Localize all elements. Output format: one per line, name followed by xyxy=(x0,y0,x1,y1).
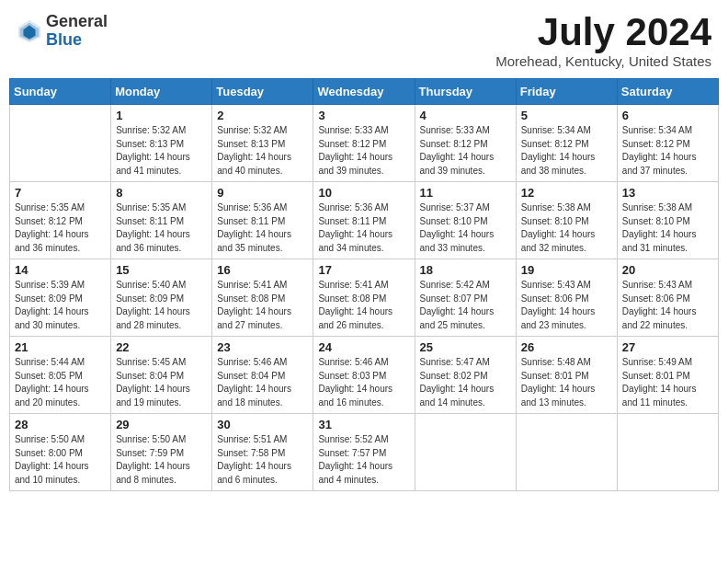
day-info: Sunrise: 5:39 AM Sunset: 8:09 PM Dayligh… xyxy=(15,279,106,332)
day-header-friday: Friday xyxy=(516,79,617,105)
calendar-cell: 31Sunrise: 5:52 AM Sunset: 7:57 PM Dayli… xyxy=(313,414,415,491)
day-number: 2 xyxy=(217,109,308,122)
location: Morehead, Kentucky, United States xyxy=(495,53,711,69)
day-info: Sunrise: 5:35 AM Sunset: 8:12 PM Dayligh… xyxy=(15,201,106,255)
day-info: Sunrise: 5:52 AM Sunset: 7:57 PM Dayligh… xyxy=(318,433,409,487)
calendar-cell: 12Sunrise: 5:38 AM Sunset: 8:10 PM Dayli… xyxy=(516,182,617,259)
logo-general-text: General xyxy=(46,13,108,31)
calendar-cell: 25Sunrise: 5:47 AM Sunset: 8:02 PM Dayli… xyxy=(415,337,516,414)
calendar-cell: 24Sunrise: 5:46 AM Sunset: 8:03 PM Dayli… xyxy=(313,337,415,414)
day-number: 30 xyxy=(217,418,308,431)
calendar-cell: 5Sunrise: 5:34 AM Sunset: 8:12 PM Daylig… xyxy=(516,105,617,182)
day-number: 19 xyxy=(521,263,612,277)
day-info: Sunrise: 5:33 AM Sunset: 8:12 PM Dayligh… xyxy=(318,124,409,178)
day-number: 29 xyxy=(116,418,207,431)
day-info: Sunrise: 5:34 AM Sunset: 8:12 PM Dayligh… xyxy=(622,124,713,178)
day-number: 21 xyxy=(15,340,106,354)
calendar-cell: 3Sunrise: 5:33 AM Sunset: 8:12 PM Daylig… xyxy=(313,105,415,182)
day-info: Sunrise: 5:37 AM Sunset: 8:10 PM Dayligh… xyxy=(420,201,511,255)
day-info: Sunrise: 5:50 AM Sunset: 7:59 PM Dayligh… xyxy=(116,433,207,487)
calendar-cell: 6Sunrise: 5:34 AM Sunset: 8:12 PM Daylig… xyxy=(617,105,718,182)
day-info: Sunrise: 5:44 AM Sunset: 8:05 PM Dayligh… xyxy=(15,356,106,409)
calendar-cell: 22Sunrise: 5:45 AM Sunset: 8:04 PM Dayli… xyxy=(111,337,212,414)
logo-text: General Blue xyxy=(46,13,108,50)
day-number: 18 xyxy=(420,263,511,277)
calendar-week-row: 28Sunrise: 5:50 AM Sunset: 8:00 PM Dayli… xyxy=(10,414,719,491)
day-info: Sunrise: 5:32 AM Sunset: 8:13 PM Dayligh… xyxy=(217,124,308,178)
day-number: 3 xyxy=(318,109,409,122)
calendar-cell: 29Sunrise: 5:50 AM Sunset: 7:59 PM Dayli… xyxy=(111,414,212,491)
day-info: Sunrise: 5:48 AM Sunset: 8:01 PM Dayligh… xyxy=(521,356,612,409)
calendar-cell: 23Sunrise: 5:46 AM Sunset: 8:04 PM Dayli… xyxy=(212,337,313,414)
day-info: Sunrise: 5:40 AM Sunset: 8:09 PM Dayligh… xyxy=(116,279,207,332)
calendar-cell xyxy=(617,414,718,491)
calendar-cell: 2Sunrise: 5:32 AM Sunset: 8:13 PM Daylig… xyxy=(212,105,313,182)
calendar-week-row: 21Sunrise: 5:44 AM Sunset: 8:05 PM Dayli… xyxy=(10,337,719,414)
calendar-cell: 13Sunrise: 5:38 AM Sunset: 8:10 PM Dayli… xyxy=(617,182,718,259)
day-info: Sunrise: 5:51 AM Sunset: 7:58 PM Dayligh… xyxy=(217,433,308,487)
day-header-monday: Monday xyxy=(111,79,212,105)
day-number: 4 xyxy=(420,109,511,122)
calendar-cell: 19Sunrise: 5:43 AM Sunset: 8:06 PM Dayli… xyxy=(516,259,617,337)
day-info: Sunrise: 5:46 AM Sunset: 8:04 PM Dayligh… xyxy=(217,356,308,409)
day-info: Sunrise: 5:47 AM Sunset: 8:02 PM Dayligh… xyxy=(420,356,511,409)
day-info: Sunrise: 5:46 AM Sunset: 8:03 PM Dayligh… xyxy=(318,356,409,409)
calendar-cell: 30Sunrise: 5:51 AM Sunset: 7:58 PM Dayli… xyxy=(212,414,313,491)
calendar-week-row: 1Sunrise: 5:32 AM Sunset: 8:13 PM Daylig… xyxy=(10,105,719,182)
calendar-cell: 17Sunrise: 5:41 AM Sunset: 8:08 PM Dayli… xyxy=(313,259,415,337)
calendar-cell: 8Sunrise: 5:35 AM Sunset: 8:11 PM Daylig… xyxy=(111,182,212,259)
day-header-tuesday: Tuesday xyxy=(212,79,313,105)
title-area: July 2024 Morehead, Kentucky, United Sta… xyxy=(495,13,711,69)
page-header: General Blue July 2024 Morehead, Kentuck… xyxy=(9,9,719,73)
logo-icon xyxy=(17,18,42,44)
day-header-sunday: Sunday xyxy=(10,79,111,105)
calendar-cell: 18Sunrise: 5:42 AM Sunset: 8:07 PM Dayli… xyxy=(415,259,516,337)
day-number: 31 xyxy=(318,418,409,431)
calendar-cell xyxy=(516,414,617,491)
day-info: Sunrise: 5:32 AM Sunset: 8:13 PM Dayligh… xyxy=(116,124,207,178)
day-number: 15 xyxy=(116,263,207,277)
calendar-cell: 11Sunrise: 5:37 AM Sunset: 8:10 PM Dayli… xyxy=(415,182,516,259)
day-info: Sunrise: 5:35 AM Sunset: 8:11 PM Dayligh… xyxy=(116,201,207,255)
day-number: 22 xyxy=(116,340,207,354)
day-info: Sunrise: 5:34 AM Sunset: 8:12 PM Dayligh… xyxy=(521,124,612,178)
day-info: Sunrise: 5:43 AM Sunset: 8:06 PM Dayligh… xyxy=(622,279,713,332)
calendar-cell: 28Sunrise: 5:50 AM Sunset: 8:00 PM Dayli… xyxy=(10,414,111,491)
calendar-table: SundayMondayTuesdayWednesdayThursdayFrid… xyxy=(9,78,719,491)
day-header-thursday: Thursday xyxy=(415,79,516,105)
calendar-cell: 21Sunrise: 5:44 AM Sunset: 8:05 PM Dayli… xyxy=(10,337,111,414)
day-number: 24 xyxy=(318,340,409,354)
day-number: 28 xyxy=(15,418,106,431)
day-info: Sunrise: 5:50 AM Sunset: 8:00 PM Dayligh… xyxy=(15,433,106,487)
day-info: Sunrise: 5:41 AM Sunset: 8:08 PM Dayligh… xyxy=(217,279,308,332)
day-number: 11 xyxy=(420,186,511,200)
calendar-cell: 9Sunrise: 5:36 AM Sunset: 8:11 PM Daylig… xyxy=(212,182,313,259)
day-info: Sunrise: 5:43 AM Sunset: 8:06 PM Dayligh… xyxy=(521,279,612,332)
day-info: Sunrise: 5:33 AM Sunset: 8:12 PM Dayligh… xyxy=(420,124,511,178)
logo: General Blue xyxy=(17,13,108,50)
day-info: Sunrise: 5:49 AM Sunset: 8:01 PM Dayligh… xyxy=(622,356,713,409)
day-info: Sunrise: 5:36 AM Sunset: 8:11 PM Dayligh… xyxy=(318,201,409,255)
calendar-cell xyxy=(10,105,111,182)
day-info: Sunrise: 5:36 AM Sunset: 8:11 PM Dayligh… xyxy=(217,201,308,255)
calendar-cell: 10Sunrise: 5:36 AM Sunset: 8:11 PM Dayli… xyxy=(313,182,415,259)
day-number: 10 xyxy=(318,186,409,200)
calendar-cell: 4Sunrise: 5:33 AM Sunset: 8:12 PM Daylig… xyxy=(415,105,516,182)
calendar-cell: 15Sunrise: 5:40 AM Sunset: 8:09 PM Dayli… xyxy=(111,259,212,337)
day-number: 1 xyxy=(116,109,207,122)
day-number: 16 xyxy=(217,263,308,277)
day-info: Sunrise: 5:41 AM Sunset: 8:08 PM Dayligh… xyxy=(318,279,409,332)
day-header-wednesday: Wednesday xyxy=(313,79,415,105)
calendar-week-row: 14Sunrise: 5:39 AM Sunset: 8:09 PM Dayli… xyxy=(10,259,719,337)
calendar-cell: 1Sunrise: 5:32 AM Sunset: 8:13 PM Daylig… xyxy=(111,105,212,182)
day-number: 5 xyxy=(521,109,612,122)
day-number: 8 xyxy=(116,186,207,200)
day-header-saturday: Saturday xyxy=(617,79,718,105)
day-number: 23 xyxy=(217,340,308,354)
day-number: 12 xyxy=(521,186,612,200)
day-number: 25 xyxy=(420,340,511,354)
day-number: 26 xyxy=(521,340,612,354)
month-title: July 2024 xyxy=(495,13,711,52)
calendar-cell: 14Sunrise: 5:39 AM Sunset: 8:09 PM Dayli… xyxy=(10,259,111,337)
day-number: 20 xyxy=(622,263,713,277)
